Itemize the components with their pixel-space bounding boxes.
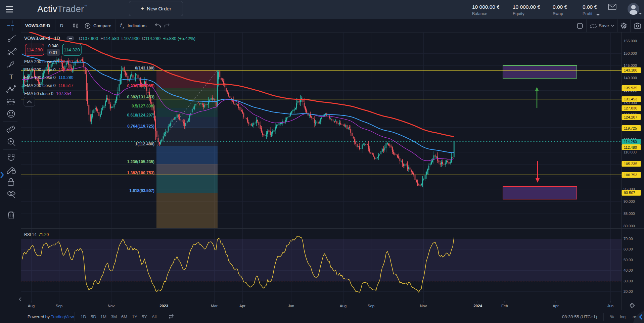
- svg-text:140.000: 140.000: [624, 76, 637, 80]
- svg-text:135.935: 135.935: [624, 86, 637, 90]
- svg-text:1.236(105.235): 1.236(105.235): [127, 159, 154, 164]
- svg-text:30.00: 30.00: [624, 279, 633, 283]
- svg-text:1.618(93.507): 1.618(93.507): [129, 188, 154, 193]
- svg-text:Aug: Aug: [340, 304, 347, 308]
- svg-text:EMA 200 close 0 116.517: EMA 200 close 0 116.517: [24, 59, 74, 64]
- svg-text:124.207: 124.207: [624, 115, 637, 119]
- svg-text:80.000: 80.000: [624, 224, 635, 228]
- svg-text:2024: 2024: [473, 304, 482, 308]
- svg-text:60.00: 60.00: [624, 247, 633, 251]
- svg-text:0.5(127.830): 0.5(127.830): [132, 104, 154, 108]
- svg-text:70.00: 70.00: [624, 237, 633, 241]
- svg-text:20.00: 20.00: [624, 289, 633, 293]
- svg-text:127.830: 127.830: [624, 106, 637, 110]
- svg-text:Aug: Aug: [28, 304, 35, 308]
- svg-text:Sep: Sep: [368, 304, 374, 308]
- svg-text:Apr: Apr: [553, 304, 559, 308]
- svg-text:Nov: Nov: [420, 304, 427, 308]
- svg-text:100.753: 100.753: [624, 173, 637, 177]
- svg-text:114.280: 114.280: [624, 140, 637, 144]
- svg-text:0.01: 0.01: [49, 50, 57, 55]
- svg-text:155.000: 155.000: [624, 39, 637, 43]
- svg-text:0(143.180): 0(143.180): [135, 66, 154, 71]
- svg-text:Mar: Mar: [211, 304, 218, 308]
- svg-text:RSI 14 71.20: RSI 14 71.20: [24, 232, 49, 237]
- svg-text:Jun: Jun: [288, 304, 294, 308]
- svg-text:119.725: 119.725: [624, 126, 637, 130]
- svg-text:145.000: 145.000: [624, 63, 637, 67]
- svg-text:0.764(119.725): 0.764(119.725): [127, 124, 154, 129]
- svg-text:VOW3.GE-d: VOW3.GE-d: [24, 36, 50, 41]
- svg-text:Nov: Nov: [108, 304, 115, 308]
- svg-text:Feb: Feb: [501, 304, 508, 308]
- svg-text:EMA 200 close 0 116.517: EMA 200 close 0 116.517: [24, 67, 74, 72]
- svg-text:O107.900H114.580L107.900C114.2: O107.900H114.580L107.900C114.280+5.880 (…: [79, 36, 195, 41]
- svg-text:85.000: 85.000: [624, 212, 635, 216]
- svg-text:x: x: [123, 26, 124, 29]
- svg-text:40.00: 40.00: [624, 268, 633, 272]
- svg-text:Apr: Apr: [239, 304, 245, 308]
- svg-text:Sep: Sep: [56, 304, 62, 308]
- svg-text:EMA 200 close 0 116.517: EMA 200 close 0 116.517: [24, 83, 74, 88]
- svg-text:93.507: 93.507: [624, 191, 635, 195]
- svg-text:1(112.480): 1(112.480): [135, 142, 154, 146]
- svg-text:143.180: 143.180: [624, 68, 637, 72]
- svg-text:105.235: 105.235: [624, 162, 637, 166]
- svg-text:EMA 100 close 0 110.280: EMA 100 close 0 110.280: [24, 75, 74, 80]
- svg-text:110.000: 110.000: [624, 150, 637, 154]
- svg-text:1.382(100.753): 1.382(100.753): [127, 171, 154, 175]
- svg-text:0.236(135.935): 0.236(135.935): [127, 84, 154, 88]
- svg-text:f: f: [120, 22, 122, 28]
- svg-text:T: T: [9, 73, 13, 80]
- svg-text:131.453: 131.453: [624, 97, 637, 101]
- svg-text:2023: 2023: [159, 304, 168, 308]
- svg-text:114.320: 114.320: [64, 47, 80, 52]
- svg-text:150.000: 150.000: [624, 51, 637, 55]
- svg-text:0.382(131.453): 0.382(131.453): [127, 95, 154, 99]
- svg-text:·: ·: [51, 36, 53, 41]
- svg-text:90.000: 90.000: [624, 199, 635, 203]
- svg-text:114.280: 114.280: [27, 47, 43, 52]
- svg-text:112.480: 112.480: [624, 145, 637, 149]
- svg-text:1D: 1D: [54, 36, 60, 41]
- svg-text:Jun: Jun: [607, 304, 614, 308]
- svg-text:50.00: 50.00: [624, 258, 633, 262]
- svg-text:EMA 50 close 0 107.354: EMA 50 close 0 107.354: [24, 91, 72, 96]
- svg-text:0.618(124.207): 0.618(124.207): [127, 113, 154, 118]
- svg-text:0.040: 0.040: [48, 44, 58, 48]
